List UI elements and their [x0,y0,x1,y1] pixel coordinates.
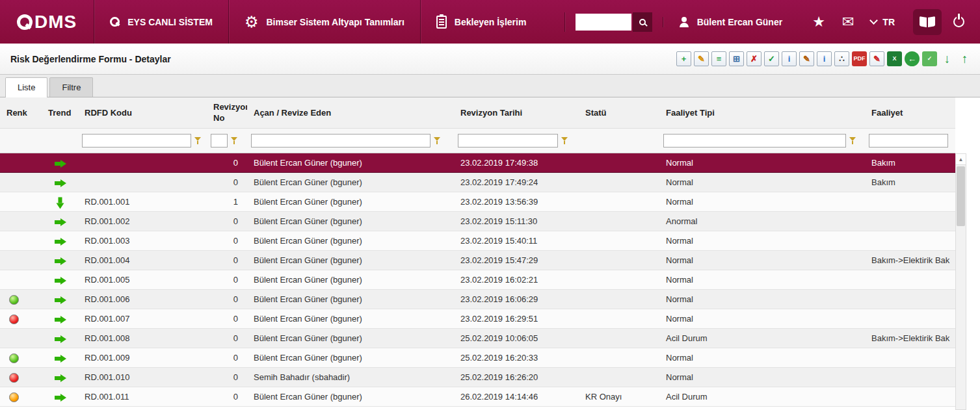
filter-funnel-icon[interactable] [194,136,202,145]
cell-tarih: 23.02.2019 16:02:21 [454,270,579,290]
export-excel-icon[interactable]: X [887,51,902,66]
export-pdf-icon[interactable]: PDF [852,51,867,66]
filter-funnel-icon[interactable] [849,136,857,145]
cell-renk [0,173,42,192]
language-selector[interactable]: TR [871,17,895,27]
table-row[interactable]: RD.001.0100Semih Bahadır (sbahadir)25.02… [0,368,955,387]
column-header-tarih[interactable]: Revizyon Tarihi [454,97,579,129]
filter-cell-trend [42,129,78,153]
filter-input-acan[interactable] [251,134,430,147]
back-icon[interactable]: ← [905,51,920,66]
column-header-rev[interactable]: Revizyon No [207,97,247,129]
list-view-icon[interactable]: ≡ [711,51,726,66]
filter-funnel-icon[interactable] [561,136,569,145]
filter-input-kod[interactable] [82,134,191,147]
cell-trend [42,329,78,348]
cell-faaliyet: Bakım->Elektirik Bak [865,329,955,348]
top-navigation-bar: DMS EYS CANLI SİSTEM ⚙ Bimser Sistem Alt… [0,0,980,44]
trend-right-arrow-icon [54,335,66,343]
table-row[interactable]: 0Bülent Ercan Güner (bguner)23.02.2019 1… [0,153,955,173]
grid-area: RenkTrendRDFD KoduRevizyon NoAçan / Revi… [0,97,980,410]
green-status-led-icon [9,295,19,305]
trend-right-arrow-icon [54,355,66,363]
org-chart-icon[interactable]: ∴ [834,51,849,66]
filter-input-tarih[interactable] [458,134,558,147]
cell-tip: Normal [659,173,865,192]
menu-item-eys-canli-sistem[interactable]: EYS CANLI SİSTEM [94,0,228,44]
cell-renk [0,192,42,212]
table-row[interactable]: RD.001.0080Bülent Ercan Güner (bguner)25… [0,329,955,348]
search-button[interactable] [633,12,652,32]
table-row[interactable]: RD.001.0011Bülent Ercan Güner (bguner)23… [0,192,955,212]
upload-icon[interactable]: ↑ [957,51,972,66]
logout-power-icon[interactable] [953,16,964,27]
bulk-approve-icon[interactable]: ✓ [922,51,937,66]
search-input[interactable] [576,14,631,31]
messages-mail-icon[interactable]: ✉ [842,15,854,29]
trend-right-arrow-icon [54,179,66,187]
column-header-kod[interactable]: RDFD Kodu [78,97,207,129]
approve-record-icon[interactable]: ✓ [764,51,779,66]
user-menu[interactable]: Bülent Ercan Güner [663,17,798,27]
filter-funnel-icon[interactable] [434,136,442,145]
column-header-renk[interactable]: Renk [0,97,42,129]
sign-record-icon[interactable]: ✎ [869,51,884,66]
favorites-star-icon[interactable]: ★ [812,15,825,29]
tab-liste[interactable]: Liste [5,77,47,97]
filter-funnel-icon[interactable] [231,136,239,145]
cell-rev: 0 [207,309,247,329]
filter-input-faaliyet[interactable] [869,134,948,147]
table-row[interactable]: RD.001.0070Bülent Ercan Güner (bguner)23… [0,309,955,329]
revise-record-icon[interactable]: ✎ [799,51,814,66]
table-row[interactable]: RD.001.0020Bülent Ercan Güner (bguner)23… [0,212,955,231]
menu-item-bimser-sistem-altyapi[interactable]: ⚙ Bimser Sistem Altyapı Tanımları [228,0,420,44]
cell-acan: Bülent Ercan Güner (bguner) [247,173,454,192]
cell-faaliyet [865,348,955,368]
search-icon [639,19,646,25]
column-header-tip[interactable]: Faaliyet Tipi [659,97,865,129]
record-details-icon[interactable]: i [817,51,832,66]
column-header-acan[interactable]: Açan / Revize Eden [247,97,454,129]
help-button[interactable] [913,9,942,35]
cell-tarih: 23.02.2019 15:11:30 [454,212,579,231]
table-row[interactable]: RD.001.0040Bülent Ercan Güner (bguner)23… [0,251,955,270]
page-title: Risk Değerlendirme Formu - Detaylar [10,54,171,64]
filter-input-tip[interactable] [663,134,846,147]
table-row[interactable]: RD.001.0030Bülent Ercan Güner (bguner)23… [0,231,955,251]
edit-record-icon[interactable]: ✎ [694,51,709,66]
cell-acan: Bülent Ercan Güner (bguner) [247,251,454,270]
cell-kod: RD.001.001 [78,192,207,212]
delete-record-icon[interactable]: ✗ [747,51,761,66]
menu-item-bekleyen-islerim[interactable]: Bekleyen İşlerim [420,0,542,44]
table-row[interactable]: RD.001.0090Bülent Ercan Güner (bguner)25… [0,348,955,368]
table-row[interactable]: RD.001.0110Bülent Ercan Güner (bguner)26… [0,387,955,407]
new-record-icon[interactable]: + [676,51,691,66]
menu-label: EYS CANLI SİSTEM [127,17,213,27]
scrollbar-thumb[interactable] [957,166,965,226]
cell-rev: 0 [207,153,247,173]
language-code: TR [882,17,895,27]
user-icon [679,17,689,27]
cell-faaliyet: Bakım->Elektirik Bak [865,251,955,270]
table-row[interactable]: 0Bülent Ercan Güner (bguner)23.02.2019 1… [0,173,955,192]
table-row[interactable]: RD.001.0060Bülent Ercan Güner (bguner)23… [0,290,955,309]
cell-tarih: 25.02.2019 10:06:05 [454,329,579,348]
table-row[interactable]: RD.001.0050Bülent Ercan Güner (bguner)23… [0,270,955,290]
grid-body: 0Bülent Ercan Güner (bguner)23.02.2019 1… [0,153,955,407]
column-header-trend[interactable]: Trend [42,97,78,129]
download-icon[interactable]: ↓ [940,51,955,66]
tab-filtre[interactable]: Filtre [49,77,93,97]
cell-trend [42,212,78,231]
column-header-statu[interactable]: Statü [579,97,659,129]
orange-status-led-icon [9,392,19,402]
qdms-logo[interactable]: DMS [0,0,94,44]
record-info-icon[interactable]: i [782,51,797,66]
copy-record-icon[interactable]: ⊞ [729,51,744,66]
scroll-up-button[interactable]: ▲ [956,154,966,165]
topbar-right-cluster: Bülent Ercan Güner ★ ✉ TR [564,0,980,44]
vertical-scrollbar[interactable]: ▲ [955,153,966,410]
column-header-faaliyet[interactable]: Faaliyet [865,97,955,129]
cell-faaliyet [865,290,955,309]
cell-statu [579,348,659,368]
filter-input-rev[interactable] [211,134,228,147]
